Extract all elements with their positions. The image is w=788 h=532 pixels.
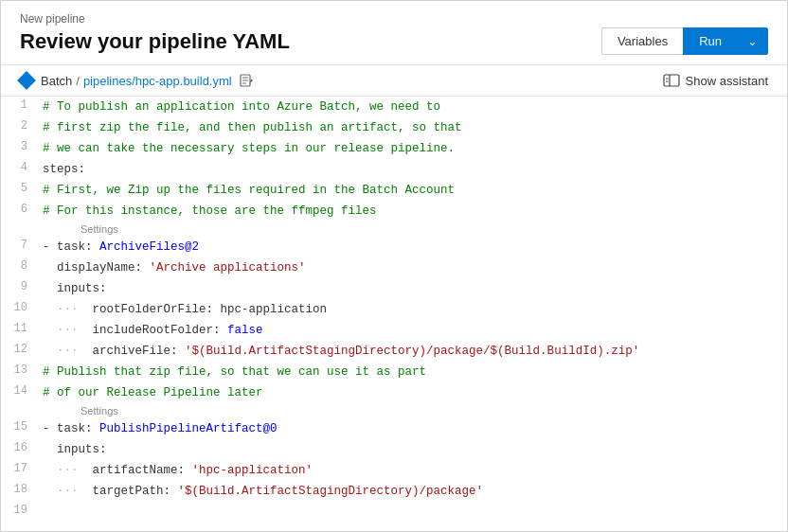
code-line-15: 15 - task: PublishPipelineArtifact@0 xyxy=(1,418,787,439)
code-line-6: 6 # For this instance, those are the ffm… xyxy=(1,201,787,222)
settings-label-2-row: Settings xyxy=(1,403,787,418)
code-line-17: 17 ··· artifactName: 'hpc-application' xyxy=(1,460,787,481)
code-line-16: 16 inputs: xyxy=(1,439,787,460)
code-line-11: 11 ··· includeRootFolder: false xyxy=(1,320,787,341)
svg-rect-4 xyxy=(664,75,679,86)
toolbar: Batch / pipelines/hpc-app.build.yml xyxy=(1,65,787,97)
show-assistant-button[interactable]: Show assistant xyxy=(663,74,768,88)
code-line-18: 18 ··· targetPath: '$(Build.ArtifactStag… xyxy=(1,481,787,502)
breadcrumb-separator: / xyxy=(76,74,80,88)
code-line-9: 9 inputs: xyxy=(1,278,787,299)
code-line-1: 1 # To publish an application into Azure… xyxy=(1,97,787,117)
edit-icon[interactable] xyxy=(240,73,255,88)
code-line-13: 13 # Publish that zip file, so that we c… xyxy=(1,362,787,382)
code-line-12: 12 ··· archiveFile: '$(Build.ArtifactSta… xyxy=(1,341,787,362)
breadcrumb: Batch / pipelines/hpc-app.build.yml xyxy=(20,73,255,88)
breadcrumb-path[interactable]: pipelines/hpc-app.build.yml xyxy=(83,74,232,88)
settings-label-1-row: Settings xyxy=(1,222,787,237)
code-editor[interactable]: 1 # To publish an application into Azure… xyxy=(1,97,787,521)
page-title: Review your pipeline YAML xyxy=(20,29,601,54)
code-line-3: 3 # we can take the necessary steps in o… xyxy=(1,138,787,159)
code-line-2: 2 # first zip the file, and then publish… xyxy=(1,117,787,138)
code-line-14: 14 # of our Release Pipeline later xyxy=(1,382,787,403)
chevron-down-icon: ⌄ xyxy=(747,34,758,48)
breadcrumb-batch: Batch xyxy=(41,74,72,88)
main-container: New pipeline Review your pipeline YAML V… xyxy=(1,1,787,521)
assistant-icon xyxy=(663,74,680,87)
header-actions: Variables Run ⌄ xyxy=(601,27,768,55)
code-line-5: 5 # First, we Zip up the files required … xyxy=(1,180,787,201)
settings-label-2: Settings xyxy=(35,403,118,418)
code-line-19: 19 xyxy=(1,502,787,521)
code-line-8: 8 displayName: 'Archive applications' xyxy=(1,257,787,278)
header: New pipeline Review your pipeline YAML V… xyxy=(1,1,787,65)
new-pipeline-label: New pipeline xyxy=(20,12,768,26)
run-dropdown-button[interactable]: ⌄ xyxy=(737,27,768,55)
variables-button[interactable]: Variables xyxy=(601,27,683,55)
code-line-10: 10 ··· rootFolderOrFile: hpc-application xyxy=(1,299,787,320)
code-line-7: 7 - task: ArchiveFiles@2 xyxy=(1,237,787,257)
show-assistant-label: Show assistant xyxy=(686,74,768,88)
code-line-4: 4 steps: xyxy=(1,159,787,180)
run-button[interactable]: Run xyxy=(683,27,737,55)
pipeline-icon xyxy=(17,71,36,90)
settings-label-1: Settings xyxy=(35,222,118,237)
